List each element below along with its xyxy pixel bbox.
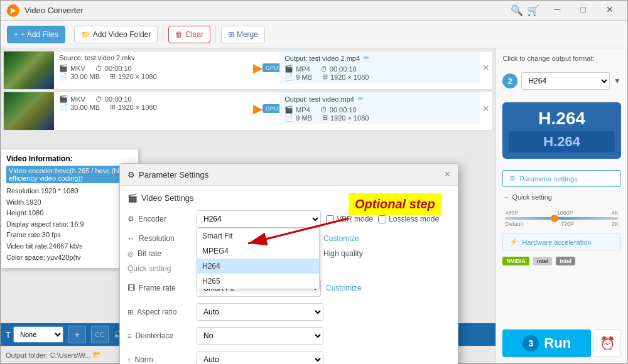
aspect-label: ⊞ Aspect ratio [127, 308, 197, 316]
deinterlace-row: ≡ Deinterlace No [127, 327, 450, 345]
optional-step-label: Optional step [349, 193, 441, 215]
resolution-icon: ↔ [127, 234, 135, 243]
optional-step-container: Optional step [349, 193, 441, 215]
deinterlace-label: ≡ Deinterlace [127, 331, 197, 340]
dialog-header: ⚙ Parameter Settings × [120, 164, 458, 186]
settings-dialog-icon: ⚙ [127, 170, 135, 179]
norm-label: ↕ Norm [127, 355, 197, 364]
deinterlace-control: No [197, 327, 323, 345]
norm-icon: ↕ [127, 356, 131, 363]
encoder-icon: ⚙ [127, 215, 134, 223]
video-settings-icon: 🎬 [127, 193, 138, 203]
aspect-icon: ⊞ [127, 308, 133, 316]
bitrate-quality: High quality [323, 249, 450, 258]
bitrate-label: ◎ Bit rate [127, 249, 197, 258]
norm-select[interactable]: Auto [197, 351, 323, 364]
customize-link2[interactable]: Customize [326, 284, 362, 292]
bitrate-icon: ◎ [127, 250, 134, 258]
encoder-option-h265[interactable]: H265 [197, 274, 319, 289]
svg-line-2 [248, 218, 349, 244]
quick-setting-dialog-label: Quick setting [127, 264, 197, 273]
norm-row: ↕ Norm Auto [127, 351, 450, 364]
norm-control: Auto [197, 351, 323, 364]
lossless-label: Lossless mode [389, 215, 439, 223]
dialog-title: ⚙ Parameter Settings [127, 170, 208, 179]
encoder-option-h264[interactable]: H264 [197, 259, 319, 274]
lossless-checkbox[interactable] [378, 215, 386, 223]
deinterlace-select[interactable]: No [197, 327, 323, 345]
aspect-select[interactable]: Auto [197, 303, 323, 321]
aspect-control: Auto [197, 303, 323, 321]
framerate-label: 🎞 Frame rate [127, 284, 197, 292]
aspect-row: ⊞ Aspect ratio Auto [127, 303, 450, 321]
dialog-close-button[interactable]: × [445, 169, 450, 180]
resolution-label: ↔ Resolution [127, 234, 197, 243]
main-window: Video Converter 🔍 🛒 ─ □ ✕ + + Add Files … [0, 0, 628, 364]
encoder-label: ⚙ Encoder [127, 215, 197, 223]
framerate-customize: Customize [326, 284, 450, 292]
dialog-overlay: ⚙ Parameter Settings × 🎬 Video Settings … [0, 0, 628, 364]
quality-label: High quality [323, 249, 363, 258]
framerate-icon: 🎞 [127, 284, 135, 292]
deinterlace-icon: ≡ [127, 332, 131, 340]
optional-step-arrow [236, 212, 361, 250]
lossless-checkbox-item: Lossless mode [378, 215, 439, 223]
